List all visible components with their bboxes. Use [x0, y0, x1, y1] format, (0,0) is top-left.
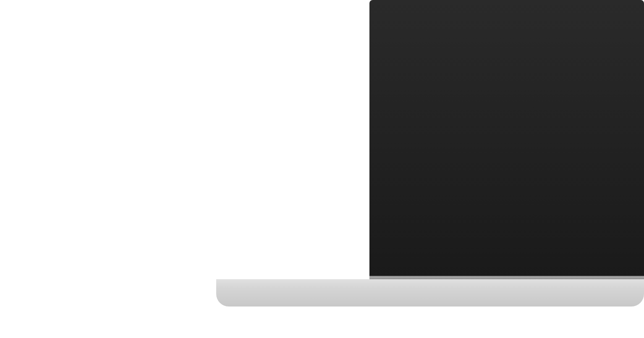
laptop-stand	[216, 279, 644, 307]
laptop-hinge	[369, 276, 644, 279]
laptop-screen-bezel: Tasks ✏ Feel blue ✏ Feel red ● Fe	[369, 0, 644, 279]
laptop-stand-top	[216, 279, 644, 288]
laptop-stand-bottom	[216, 288, 644, 307]
